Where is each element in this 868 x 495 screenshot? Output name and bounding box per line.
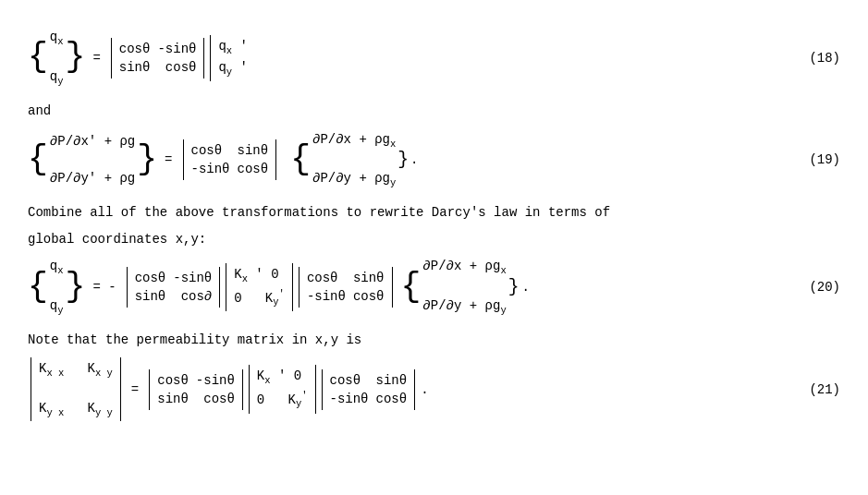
eq19-number: (19) [809, 152, 840, 167]
eq21-m1-col2: -sinθ cosθ [196, 371, 235, 408]
dot-20: . [521, 280, 529, 295]
equals-sign-21: = [131, 382, 139, 397]
eq21-m1-col1: cosθ sinθ [157, 371, 189, 408]
eq19-rotation-matrix: cosθ -sinθ sinθ cosθ [183, 139, 277, 180]
eq21-lhs-col1: Kx x Kx y Ky x Ky y [39, 359, 113, 420]
equation-18: { qx qy } = cosθ sinθ -sinθ cosθ qx ' [28, 28, 840, 89]
dot-19: . [410, 152, 418, 167]
left-brace-19r: { [290, 146, 311, 175]
eq18-number: (18) [809, 51, 840, 66]
eq20-m1-col2: -sinθ cos∂ [173, 269, 212, 306]
eq19-lhs: { ∂P/∂x' + ρg ∂P/∂y' + ρg } [28, 132, 157, 187]
right-brace-20: } [66, 273, 86, 302]
page-content: { qx qy } = cosθ sinθ -sinθ cosθ qx ' [28, 28, 840, 421]
eq21-lhs: Kx x Kx y Ky x Ky y [31, 357, 121, 422]
eq20-rhs: { ∂P/∂x + ρgx ∂P/∂y + ρgy } [401, 257, 520, 318]
eq21-m2-col1: Kx ' 0 0 Ky' [257, 367, 308, 411]
and-text: and [28, 102, 840, 121]
eq20-matrix3: cosθ -sinθ sinθ cosθ [299, 267, 393, 308]
eq18-matrix-col2: -sinθ cosθ [157, 40, 196, 77]
eq19-matrix-col2: sinθ cosθ [238, 141, 269, 178]
eq21-matrix1: cosθ sinθ -sinθ cosθ [149, 369, 243, 410]
eq20-m3-col1: cosθ -sinθ [307, 269, 346, 306]
left-brace: { [28, 43, 48, 72]
equation-20: { qx qy } = - cosθ sinθ -sinθ cos∂ Kx ' … [28, 257, 840, 318]
eq19-rhs-vars: ∂P/∂x + ρgx ∂P/∂y + ρgy [312, 130, 396, 191]
eq19-matrix-col1: cosθ -sinθ [191, 141, 230, 178]
eq20-rhs-vars: ∂P/∂x + ρgx ∂P/∂y + ρgy [422, 257, 506, 318]
eq20-number: (20) [809, 280, 840, 295]
eq20-lhs-vars: qx qy [50, 257, 64, 318]
eq19-rhs: { ∂P/∂x + ρgx ∂P/∂y + ρgy } [290, 130, 409, 191]
equals-sign: = [92, 51, 100, 66]
eq21-matrix2: Kx ' 0 0 Ky' [249, 365, 316, 413]
eq18-matrix-col1: cosθ sinθ [119, 40, 151, 77]
eq21-number: (21) [809, 382, 840, 397]
global-coords-text: global coordinates x,y: [28, 230, 840, 249]
eq18-lhs-vars: qx qy [50, 28, 64, 89]
eq20-matrix1: cosθ sinθ -sinθ cos∂ [127, 267, 221, 308]
equals-sign-19: = [165, 152, 172, 167]
eq21-m3-col1: cosθ -sinθ [330, 371, 369, 408]
right-brace: } [66, 43, 86, 72]
eq20-lhs: { qx qy } [28, 257, 85, 318]
eq20-m2-col1: Kx ' 0 0 Ky' [234, 265, 285, 309]
eq18-rotation-matrix: cosθ sinθ -sinθ cosθ [111, 38, 205, 78]
eq19-lhs-vars: ∂P/∂x' + ρg ∂P/∂y' + ρg [50, 132, 135, 187]
eq18-rhs-matrix: qx ' qy ' [210, 35, 255, 81]
eq18-rhs-vars: qx ' qy ' [218, 37, 248, 79]
left-brace-20: { [28, 273, 48, 302]
eq18-lhs: { qx qy } [28, 28, 85, 89]
equals-sign-20: = - [92, 280, 116, 295]
right-brace-19: } [137, 146, 157, 175]
combine-text: Combine all of the above transformations… [28, 203, 840, 223]
eq21-m3-col2: sinθ cosθ [376, 371, 408, 408]
eq20-matrix2: Kx ' 0 0 Ky' [226, 263, 293, 311]
note-text: Note that the permeability matrix in x,y… [28, 331, 840, 350]
right-brace-20r: } [508, 277, 520, 297]
left-brace-20r: { [401, 273, 422, 302]
eq20-m1-col1: cosθ sinθ [135, 269, 166, 306]
equation-21: Kx x Kx y Ky x Ky y = cosθ sinθ -sinθ co… [28, 357, 840, 422]
dot-21: . [421, 382, 428, 397]
right-brace-19r: } [397, 150, 409, 170]
eq21-matrix3: cosθ -sinθ sinθ cosθ [322, 369, 416, 410]
left-brace-19: { [28, 146, 48, 175]
equation-19: { ∂P/∂x' + ρg ∂P/∂y' + ρg } = cosθ -sinθ… [28, 130, 840, 191]
eq20-m3-col2: sinθ cosθ [353, 269, 385, 306]
